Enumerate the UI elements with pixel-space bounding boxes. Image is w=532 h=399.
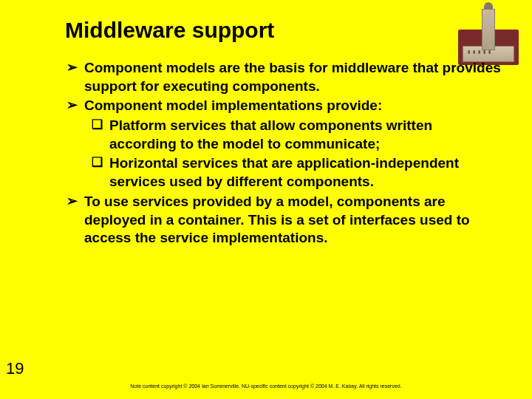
slide: Middleware support Component models are … [0,0,532,399]
page-number: 19 [6,359,24,378]
institution-logo [458,4,519,65]
bullet-item: Component model implementations provide: [66,97,502,115]
bullet-item: Component models are the basis for middl… [66,59,502,95]
slide-title: Middleware support [65,18,502,43]
footer-copyright: Note content copyright © 2004 Ian Sommer… [0,383,532,389]
slide-content: Component models are the basis for middl… [66,59,502,248]
sub-bullet-item: Horizontal services that are application… [92,154,502,191]
sub-bullet-item: Platform services that allow components … [92,117,502,153]
bullet-item: To use services provided by a model, com… [66,193,502,248]
